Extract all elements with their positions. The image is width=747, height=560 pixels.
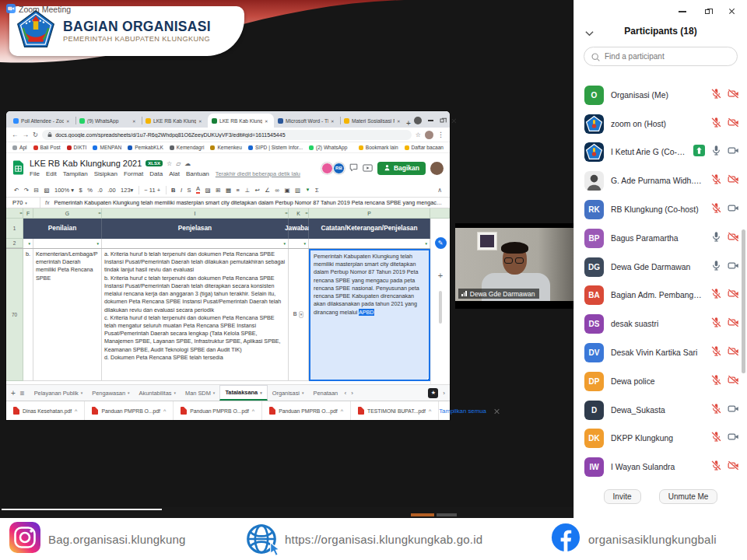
participant-row[interactable]: DGDewa Gde Darmawan <box>574 253 747 282</box>
toolbar-horizontal-align-icon[interactable]: ≡ <box>237 187 240 194</box>
font-size-select[interactable]: − 11 + <box>144 187 160 194</box>
download-menu-icon[interactable] <box>429 408 431 414</box>
cell-i70[interactable]: a. Kriteria huruf b telah terpenuhi dan … <box>102 249 289 381</box>
participant-row[interactable]: DDewa_Sukasta <box>574 396 747 425</box>
tab-close-icon[interactable] <box>132 118 138 124</box>
browser-tab[interactable]: Poll Attendee - Zoom <box>9 114 75 128</box>
download-chip[interactable]: Dinas Kesehatan.pdf <box>6 401 85 420</box>
browser-menu-icon[interactable] <box>437 131 444 138</box>
url-field[interactable]: docs.google.com/spreadsheets/d/1u7-R6g2W… <box>42 130 412 140</box>
invite-button[interactable]: Invite <box>604 489 641 504</box>
participant-row[interactable]: BPBagus Paramartha <box>574 224 747 253</box>
participant-row[interactable]: DSdesak suastri <box>574 310 747 338</box>
download-menu-icon[interactable] <box>75 408 77 414</box>
minimize-button[interactable] <box>679 11 686 12</box>
cell-f70[interactable]: b. <box>23 249 33 381</box>
bookmark-item[interactable]: Bali Post <box>33 145 61 150</box>
menu-item[interactable]: Alat <box>169 170 180 177</box>
header-cell[interactable]: Penjelasan <box>102 219 289 239</box>
close-downloads-icon[interactable] <box>494 408 500 414</box>
cell-k70-answer[interactable]: B <box>289 249 309 381</box>
filter-cell[interactable] <box>289 239 309 248</box>
menu-item[interactable]: Bantuan <box>186 170 209 177</box>
filter-cell[interactable] <box>309 239 430 248</box>
browser-restore-icon[interactable] <box>440 119 444 123</box>
toolbar-print-icon[interactable]: ⊟ <box>34 187 39 194</box>
toolbar-vertical-align-icon[interactable]: ⊥ <box>244 187 250 194</box>
tab-close-icon[interactable] <box>265 118 270 124</box>
restore-button[interactable] <box>705 9 710 14</box>
participant-row[interactable]: zoom on (Host) <box>574 110 747 138</box>
bookmark-item[interactable]: MENPAN <box>93 145 121 150</box>
menu-item[interactable]: File <box>30 170 40 177</box>
panel-expand-icon[interactable]: › <box>443 390 445 397</box>
participant-row[interactable]: BABagian Adm. Pembangunan 1 <box>574 282 747 310</box>
participant-row[interactable]: DKDKPP Klungkung <box>574 425 747 453</box>
toolbar-insert-comment-icon[interactable]: ▣ <box>284 187 289 194</box>
filter-cell[interactable] <box>33 239 102 248</box>
menu-item[interactable]: Data <box>149 170 163 177</box>
toolbar-number-format-icon[interactable]: 123▾ <box>121 187 133 194</box>
tab-close-icon[interactable] <box>198 118 204 124</box>
download-chip[interactable]: Panduan PMPRB O...pdf <box>85 401 174 420</box>
share-button[interactable]: Bagikan <box>377 162 426 175</box>
menu-item[interactable]: Sisipkan <box>94 170 117 177</box>
participant-row[interactable]: DVDesak Vivin Kartika Sari <box>574 338 747 367</box>
browser-tab[interactable]: LKE RB Kab Klungkung 20... <box>142 114 208 128</box>
download-chip[interactable]: Panduan PMPRB O...pdf <box>262 401 351 420</box>
toolbar-currency-icon[interactable]: $ <box>79 187 82 194</box>
forward-icon[interactable]: → <box>23 131 30 138</box>
bookmark-item[interactable]: DIKTI <box>67 145 87 150</box>
tab-close-icon[interactable] <box>397 118 402 124</box>
row-header[interactable]: 2 <box>6 239 23 248</box>
menu-item[interactable]: Format <box>124 170 143 177</box>
bookmark-item[interactable]: SIPD | Sistem Infor... <box>248 145 303 150</box>
bookmark-item[interactable]: (2) WhatsApp <box>309 145 347 150</box>
toolbar-fill-color-icon[interactable]: ▨ <box>205 187 211 194</box>
sheet-tab-organisasi[interactable]: Organisasi <box>268 385 309 401</box>
sheet-tab-man-sdm[interactable]: Man SDM <box>181 385 219 401</box>
cell-g70[interactable]: Kementerian/Lembaga/Pemerintah Daerah me… <box>33 249 102 381</box>
participant-row[interactable]: IWI Wayan Sulandra <box>574 453 747 481</box>
browser-tab[interactable]: Microsoft Word - TESTIMO... <box>274 114 340 128</box>
toolbar-text-rotation-icon[interactable]: ∠ <box>265 187 270 194</box>
download-chip[interactable]: Panduan PMPRB O...pdf <box>174 401 262 420</box>
zoom-select[interactable]: 100% ▾ <box>54 187 74 194</box>
toolbar-italic-icon[interactable]: I <box>181 187 182 194</box>
bookmark-menu-item[interactable]: Bookmark lain <box>359 145 398 150</box>
toolbar-merge-cells-icon[interactable]: ▦ <box>226 187 231 194</box>
download-menu-icon[interactable] <box>163 408 166 414</box>
menu-item[interactable]: Edit <box>46 170 57 177</box>
cell-p70-selected[interactable]: Pemerintah Kabupaten Klungkung telah mem… <box>309 249 430 381</box>
browser-tab[interactable]: (9) WhatsApp <box>75 114 142 128</box>
formula-input[interactable]: Pemerintah Kabupaten Klungkung telah mem… <box>54 199 450 206</box>
bookmark-item[interactable]: Kemendagri <box>170 145 205 150</box>
filter-cell[interactable] <box>23 239 33 248</box>
toolbar-bold-icon[interactable]: B <box>171 187 175 194</box>
edit-fab-icon[interactable]: ✎ <box>435 237 447 249</box>
move-folder-icon[interactable]: ▱ <box>176 160 181 167</box>
toolbar-filter-icon[interactable]: ▼ <box>306 187 310 192</box>
column-header-G[interactable]: G <box>33 208 102 219</box>
sheet-tab-penataan[interactable]: Penataan <box>309 385 340 401</box>
toolbar-insert-link-icon[interactable]: ∞ <box>275 187 279 194</box>
filter-cell[interactable] <box>102 239 289 248</box>
menu-item[interactable]: Tampilan <box>63 170 88 177</box>
search-participant-input[interactable] <box>584 47 738 66</box>
sheet-tab-pelayanan-publik[interactable]: Pelayanan Publik <box>30 385 88 401</box>
row-header[interactable]: 1 <box>6 219 23 239</box>
participant-row[interactable]: I Ketut Arie G (Co-host) <box>574 138 747 167</box>
grid-scrollbar[interactable] <box>439 291 442 324</box>
comment-icon[interactable] <box>349 163 358 173</box>
toolbar-strikethrough-icon[interactable]: S <box>188 187 191 194</box>
panel-scrollbar[interactable] <box>742 229 745 373</box>
column-header-P[interactable]: P <box>309 208 430 219</box>
toolbar-text-wrap-icon[interactable]: ↩ <box>255 187 260 194</box>
sheet-tab-akuntabilitas[interactable]: Akuntabilitas <box>135 385 181 401</box>
row-header[interactable]: 70 <box>6 249 23 381</box>
bookmark-item[interactable]: Apl <box>12 145 27 150</box>
sheet-nav-right-icon[interactable]: › <box>351 390 353 397</box>
download-chip[interactable]: TESTIMONI BUPAT...pdf <box>351 401 439 420</box>
participant-row[interactable]: OOrganisasi (Me) <box>574 81 747 110</box>
browser-minimize-icon[interactable] <box>428 120 433 121</box>
